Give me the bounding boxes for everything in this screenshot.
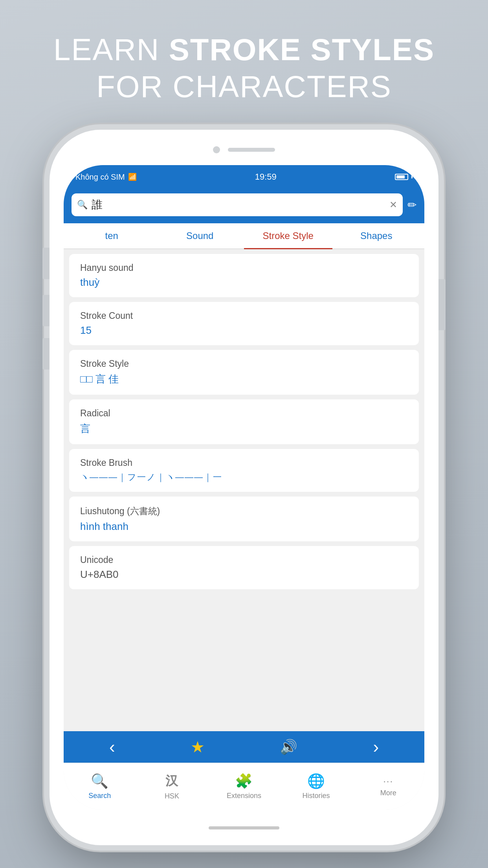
search-bar: 🔍 誰 ✕ ✏ xyxy=(64,189,424,223)
stroke-count-label: Stroke Count xyxy=(80,311,408,321)
tab-extensions[interactable]: 🧩 Extensions xyxy=(208,773,280,800)
search-tab-label: Search xyxy=(88,792,111,800)
search-input[interactable]: 誰 xyxy=(92,197,385,212)
tab-sound-label: Sound xyxy=(186,230,213,241)
tabs-bar: ten Sound Stroke Style Shapes xyxy=(64,223,424,249)
speaker-grille xyxy=(228,148,275,152)
liushutong-card: Liushutong (六書統) hình thanh xyxy=(69,497,419,541)
volume-down-button xyxy=(42,338,50,370)
phone-screen: Không có SIM 📶 19:59 🔍 誰 ✕ ✏ xyxy=(64,165,424,810)
battery-icon xyxy=(395,174,408,180)
hanyu-sound-card: Hanyu sound thuỳ xyxy=(69,254,419,297)
nav-back-button[interactable]: ‹ xyxy=(109,737,115,757)
tab-stroke-style[interactable]: Stroke Style xyxy=(244,223,332,248)
nav-sound-button[interactable]: 🔊 xyxy=(280,739,297,755)
histories-tab-icon: 🌐 xyxy=(307,773,325,789)
tab-search[interactable]: 🔍 Search xyxy=(64,773,136,800)
phone-frame: Không có SIM 📶 19:59 🔍 誰 ✕ ✏ xyxy=(50,130,438,845)
hanyu-sound-label: Hanyu sound xyxy=(80,263,408,273)
stroke-style-label: Stroke Style xyxy=(80,359,408,369)
unicode-card: Unicode U+8AB0 xyxy=(69,546,419,589)
nav-star-button[interactable]: ★ xyxy=(191,738,205,756)
search-tab-icon: 🔍 xyxy=(91,773,108,789)
stroke-brush-card: Stroke Brush ヽ———｜フ一ノ｜ヽ———｜一 xyxy=(69,449,419,492)
radical-card: Radical 言 xyxy=(69,399,419,444)
wifi-icon: 📶 xyxy=(128,173,137,181)
liushutong-label: Liushutong (六書統) xyxy=(80,505,408,517)
stroke-style-card: Stroke Style □□ 言 佳 xyxy=(69,350,419,395)
bottom-tab-bar: 🔍 Search 汉 HSK 🧩 Extensions 🌐 Histories … xyxy=(64,763,424,810)
search-clear-button[interactable]: ✕ xyxy=(389,199,397,210)
power-button xyxy=(438,279,446,330)
hanyu-sound-value: thuỳ xyxy=(80,276,408,289)
liushutong-value: hình thanh xyxy=(80,520,408,533)
radical-value: 言 xyxy=(80,422,408,436)
tab-written[interactable]: ten xyxy=(68,223,156,248)
home-indicator[interactable] xyxy=(209,826,279,829)
stroke-style-value: □□ 言 佳 xyxy=(80,372,408,386)
tab-shapes-label: Shapes xyxy=(360,230,392,241)
volume-mute-button xyxy=(42,248,50,279)
status-carrier: Không có SIM 📶 xyxy=(75,173,137,182)
tab-written-label: ten xyxy=(105,230,118,241)
status-time: 19:59 xyxy=(255,172,277,182)
header-line1: LEARN STROKE STYLES xyxy=(0,31,488,68)
extensions-tab-icon: 🧩 xyxy=(235,773,253,789)
search-icon: 🔍 xyxy=(77,200,88,210)
hsk-tab-label: HSK xyxy=(165,792,179,800)
unicode-value: U+8AB0 xyxy=(80,568,408,581)
tab-stroke-style-label: Stroke Style xyxy=(263,230,314,241)
carrier-text: Không có SIM xyxy=(75,173,125,182)
status-battery xyxy=(395,174,413,180)
stroke-brush-value: ヽ———｜フ一ノ｜ヽ———｜一 xyxy=(80,471,408,483)
status-bar: Không có SIM 📶 19:59 xyxy=(64,165,424,189)
volume-up-button xyxy=(42,295,50,326)
more-tab-icon: ··· xyxy=(383,776,393,787)
content-area: Hanyu sound thuỳ Stroke Count 15 Stroke … xyxy=(64,249,424,731)
hsk-tab-icon: 汉 xyxy=(165,772,178,790)
histories-tab-label: Histories xyxy=(303,792,330,800)
header-section: LEARN STROKE STYLES FOR CHARACTERS xyxy=(0,31,488,105)
nav-bar: ‹ ★ 🔊 › xyxy=(64,731,424,763)
stroke-count-card: Stroke Count 15 xyxy=(69,302,419,345)
unicode-label: Unicode xyxy=(80,555,408,565)
stroke-brush-label: Stroke Brush xyxy=(80,458,408,468)
tab-histories[interactable]: 🌐 Histories xyxy=(280,773,352,800)
stroke-count-value: 15 xyxy=(80,324,408,337)
nav-forward-button[interactable]: › xyxy=(373,737,379,757)
tab-more[interactable]: ··· More xyxy=(352,776,424,797)
header-line2: FOR CHARACTERS xyxy=(0,68,488,105)
extensions-tab-label: Extensions xyxy=(227,792,261,800)
search-input-wrapper[interactable]: 🔍 誰 ✕ xyxy=(72,193,403,216)
phone-top-details xyxy=(213,146,275,153)
tab-sound[interactable]: Sound xyxy=(156,223,244,248)
front-camera xyxy=(213,146,220,153)
battery-tip xyxy=(411,175,413,178)
tab-shapes[interactable]: Shapes xyxy=(332,223,421,248)
more-tab-label: More xyxy=(380,789,396,797)
tab-hsk[interactable]: 汉 HSK xyxy=(136,772,208,800)
edit-icon[interactable]: ✏ xyxy=(407,199,416,211)
radical-label: Radical xyxy=(80,408,408,419)
